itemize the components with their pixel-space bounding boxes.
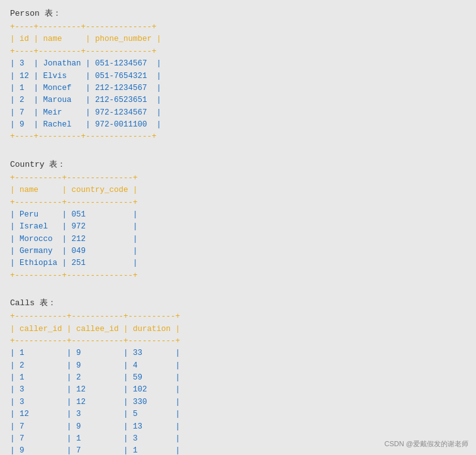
table-title-1: Country 表：: [10, 159, 466, 170]
table-line: | 1 | Moncef | 212-1234567 |: [10, 82, 466, 94]
table-line: +-----------+-----------+----------+: [10, 335, 466, 347]
table-line: +----------+--------------+: [10, 197, 466, 209]
table-line: | 7 | Meir | 972-1234567 |: [10, 107, 466, 119]
table-line: | 2 | Maroua | 212-6523651 |: [10, 94, 466, 106]
table-line: | Israel | 972 |: [10, 221, 466, 233]
table-line: | name | country_code |: [10, 184, 466, 196]
table-line: +----+---------+--------------+: [10, 46, 466, 58]
table-section-0: Person 表：+----+---------+--------------+…: [10, 8, 466, 143]
table-line: +----+---------+--------------+: [10, 131, 466, 143]
table-line: | 9 | Rachel | 972-0011100 |: [10, 119, 466, 131]
table-line: | 1 | 9 | 33 |: [10, 347, 466, 359]
table-line: +-----------+-----------+----------+: [10, 311, 466, 323]
table-line: | 12 | 3 | 5 |: [10, 408, 466, 420]
table-line: +----------+--------------+: [10, 270, 466, 282]
table-line: +----+---------+--------------+: [10, 21, 466, 33]
table-block-0: +----+---------+--------------+| id | na…: [10, 21, 466, 143]
table-title-0: Person 表：: [10, 8, 466, 19]
table-line: | Ethiopia | 251 |: [10, 257, 466, 269]
table-line: | Germany | 049 |: [10, 245, 466, 257]
table-block-2: +-----------+-----------+----------+| ca…: [10, 311, 466, 455]
table-line: | 1 | 2 | 59 |: [10, 372, 466, 384]
table-line: +----------+--------------+: [10, 172, 466, 184]
table-line: | 3 | 12 | 102 |: [10, 384, 466, 396]
table-line: | Peru | 051 |: [10, 209, 466, 221]
table-line: | Morocco | 212 |: [10, 233, 466, 245]
table-section-1: Country 表：+----------+--------------+| n…: [10, 159, 466, 282]
table-line: | 7 | 9 | 13 |: [10, 421, 466, 433]
table-block-1: +----------+--------------+| name | coun…: [10, 172, 466, 282]
table-line: | 2 | 9 | 4 |: [10, 360, 466, 372]
table-line: | caller_id | callee_id | duration |: [10, 323, 466, 335]
watermark: CSDN @爱戴假发的谢老师: [385, 439, 468, 449]
table-line: | id | name | phone_number |: [10, 33, 466, 45]
table-line: | 12 | Elvis | 051-7654321 |: [10, 70, 466, 82]
table-line: | 3 | Jonathan | 051-1234567 |: [10, 58, 466, 70]
table-line: | 3 | 12 | 330 |: [10, 396, 466, 408]
table-section-2: Calls 表：+-----------+-----------+-------…: [10, 297, 466, 455]
table-title-2: Calls 表：: [10, 297, 466, 308]
